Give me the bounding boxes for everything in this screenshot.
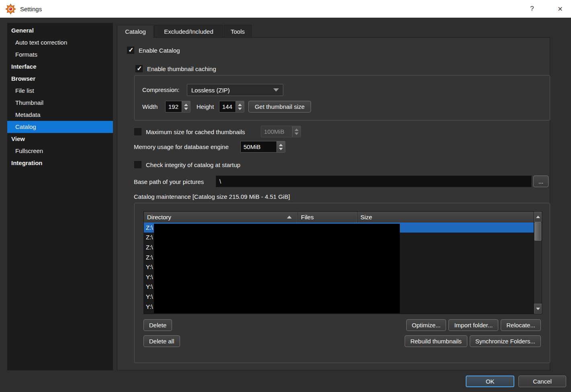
optimize-button[interactable]: Optimize... <box>406 319 446 331</box>
settings-sidebar: General Auto text correction Formats Int… <box>7 23 113 370</box>
table-header: Directory Files Size <box>144 212 534 223</box>
column-header-directory[interactable]: Directory <box>144 212 298 223</box>
width-value[interactable]: 192 <box>166 101 182 112</box>
check-integrity-checkbox[interactable] <box>134 161 141 168</box>
sidebar-item-catalog[interactable]: Catalog <box>7 121 113 133</box>
max-size-checkbox[interactable] <box>134 128 141 135</box>
width-label: Width <box>142 103 158 110</box>
width-spinner[interactable]: 192 <box>165 101 190 112</box>
sidebar-item-auto-text-correction[interactable]: Auto text correction <box>7 37 113 49</box>
browse-button[interactable]: ... <box>533 176 548 187</box>
settings-window: Settings ? ✕ General Auto text correctio… <box>0 0 571 392</box>
scrollbar-up-button[interactable] <box>534 212 542 222</box>
sidebar-item-view[interactable]: View <box>7 133 113 145</box>
spinner-down-icon <box>238 108 242 110</box>
enable-catalog-row: Enable Catalog <box>127 47 180 54</box>
height-spinner[interactable]: 144 <box>219 101 244 112</box>
import-folder-button[interactable]: Import folder... <box>448 319 498 331</box>
max-size-row: Maximum size for cached thumbnails <box>134 128 245 135</box>
cancel-button[interactable]: Cancel <box>518 376 566 387</box>
maintenance-buttons-row-2: Rebuild thumbnails Synchronize Folders..… <box>405 335 541 347</box>
ok-button[interactable]: OK <box>466 376 514 387</box>
max-size-spinner[interactable]: 100MiB <box>261 126 301 137</box>
spinner-up-icon <box>295 129 299 131</box>
tab-catalog[interactable]: Catalog <box>117 25 154 38</box>
memory-usage-value[interactable]: 50MiB <box>241 141 276 152</box>
column-header-size[interactable]: Size <box>357 212 534 223</box>
sidebar-item-file-list[interactable]: File list <box>7 85 113 97</box>
thumbnail-caching-groupbox: Compression: Lossless (ZIP) Width 192 He… <box>134 75 550 120</box>
scrollbar-down-icon <box>536 308 540 310</box>
sidebar-item-metadata[interactable]: Metadata <box>7 109 113 121</box>
chevron-down-icon <box>273 88 279 92</box>
catalog-maintenance-label: Catalog maintenance [Catalog size 215.09… <box>134 193 290 200</box>
sidebar-item-interface[interactable]: Interface <box>7 61 113 73</box>
memory-usage-label: Memory usage for database engine <box>134 143 229 150</box>
compression-dropdown[interactable]: Lossless (ZIP) <box>187 84 283 96</box>
sidebar-item-formats[interactable]: Formats <box>7 49 113 61</box>
spinner-up-icon <box>238 104 242 106</box>
spinner-down-icon <box>184 108 188 110</box>
sidebar-item-integration[interactable]: Integration <box>7 157 113 169</box>
enable-catalog-checkbox[interactable] <box>127 47 134 54</box>
spinner-up-icon <box>184 104 188 106</box>
spinner-down-icon <box>295 133 299 135</box>
max-size-label: Maximum size for cached thumbnails <box>146 129 245 135</box>
catalog-maintenance-groupbox: Directory Files Size Z:\ Z:\ Z:\ <box>134 203 550 363</box>
redaction-overlay <box>154 224 400 313</box>
height-spin-buttons[interactable] <box>235 101 244 112</box>
delete-button[interactable]: Delete <box>143 319 172 331</box>
max-size-value[interactable]: 100MiB <box>261 126 292 137</box>
base-path-label: Base path of your pictures <box>134 178 204 185</box>
get-thumbnail-size-button[interactable]: Get thumbnail size <box>248 101 311 112</box>
synchronize-folders-button[interactable]: Synchronize Folders... <box>470 335 541 347</box>
relocate-button[interactable]: Relocate... <box>501 319 541 331</box>
rebuild-thumbnails-button[interactable]: Rebuild thumbnails <box>405 335 467 347</box>
compression-value: Lossless (ZIP) <box>191 87 230 94</box>
compression-label: Compression: <box>142 86 180 93</box>
delete-all-button[interactable]: Delete all <box>143 335 180 347</box>
maintenance-buttons-row-1: Optimize... Import folder... Relocate... <box>406 319 541 331</box>
tab-tools[interactable]: Tools <box>224 25 252 38</box>
sidebar-item-fullscreen[interactable]: Fullscreen <box>7 145 113 157</box>
spinner-up-icon <box>279 144 283 146</box>
enable-thumbnail-caching-checkbox[interactable] <box>135 65 143 72</box>
max-size-spin-buttons[interactable] <box>292 126 301 137</box>
scrollbar-thumb[interactable] <box>534 222 541 241</box>
table-body: Z:\ Z:\ Z:\ Z:\ Y:\ Y:\ Y:\ Y:\ Y:\ Y:\ <box>144 223 534 314</box>
sidebar-item-browser[interactable]: Browser <box>7 73 113 85</box>
catalog-tab-panel: Enable Catalog Enable thumbnail caching … <box>117 37 550 370</box>
base-path-input[interactable]: \ <box>216 176 532 187</box>
check-integrity-label: Check integrity of catalog at startup <box>146 161 240 168</box>
help-button[interactable]: ? <box>523 0 541 18</box>
scrollbar-up-icon <box>536 216 540 218</box>
memory-spin-buttons[interactable] <box>276 141 285 152</box>
sidebar-item-thumbnail[interactable]: Thumbnail <box>7 97 113 109</box>
width-spin-buttons[interactable] <box>182 101 190 112</box>
directory-table-main: Directory Files Size Z:\ Z:\ Z:\ <box>144 212 534 314</box>
tab-excluded-included[interactable]: Excluded/Included <box>154 25 223 38</box>
enable-thumbnail-caching-row: Enable thumbnail caching <box>135 65 216 72</box>
close-icon[interactable]: ✕ <box>551 0 569 18</box>
memory-usage-spinner[interactable]: 50MiB <box>240 141 285 153</box>
scrollbar-down-button[interactable] <box>534 304 542 314</box>
height-label: Height <box>196 103 214 110</box>
window-title: Settings <box>20 6 42 12</box>
vertical-scrollbar[interactable] <box>534 212 542 314</box>
spinner-down-icon <box>279 148 283 150</box>
sidebar-item-general[interactable]: General <box>7 24 113 37</box>
height-value[interactable]: 144 <box>219 101 235 112</box>
check-integrity-row: Check integrity of catalog at startup <box>134 161 240 168</box>
enable-thumbnail-caching-label: Enable thumbnail caching <box>147 65 216 72</box>
column-header-files[interactable]: Files <box>298 212 357 223</box>
scrollbar-track[interactable] <box>534 241 542 304</box>
enable-catalog-label: Enable Catalog <box>139 47 180 54</box>
directory-table: Directory Files Size Z:\ Z:\ Z:\ <box>143 211 542 314</box>
app-icon <box>5 4 16 14</box>
titlebar: Settings ? ✕ <box>0 0 571 18</box>
sort-ascending-icon <box>287 216 292 218</box>
